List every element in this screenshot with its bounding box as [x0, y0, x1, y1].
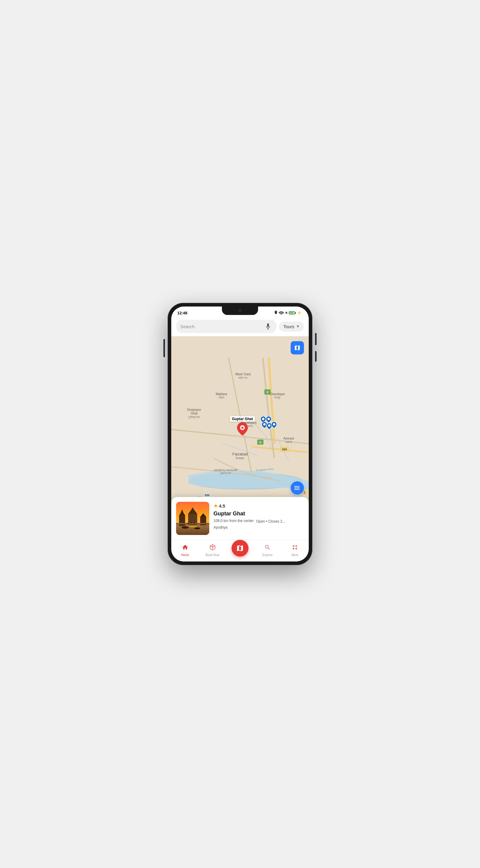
svg-point-67: [295, 488, 296, 489]
svg-text:Chandapur: Chandapur: [270, 393, 285, 396]
svg-text:Majhara: Majhara: [216, 393, 227, 396]
home-label: Home: [181, 553, 189, 557]
signal-x-icon: ✕: [285, 311, 288, 315]
svg-text:फैजाबाद: फैजाबाद: [236, 457, 244, 460]
explore-label: Explore: [262, 553, 273, 557]
svg-point-69: [293, 545, 295, 547]
nav-explore[interactable]: Explore: [254, 544, 281, 557]
star-icon: ★: [213, 503, 218, 509]
search-label: Search: [180, 324, 262, 329]
battery-indicator: [289, 311, 296, 314]
place-status: Open • Closes 2...: [256, 519, 285, 524]
svg-text:1: 1: [304, 491, 305, 494]
place-info: ★ 4.5 Guptar Ghat 109.0 km from the cent…: [213, 502, 304, 535]
more-label: More: [292, 553, 299, 557]
svg-text:MUMTAJ NAGAR: MUMTAJ NAGAR: [214, 468, 237, 472]
list-view-button[interactable]: [291, 481, 304, 495]
chevron-down-icon: ▼: [296, 324, 300, 329]
wifi-icon: [279, 311, 284, 315]
map-center-button[interactable]: [232, 540, 248, 557]
nav-book-now[interactable]: Book Now: [199, 544, 226, 557]
rating-value: 4.5: [219, 503, 225, 508]
svg-rect-48: [181, 513, 183, 516]
svg-text:Wazir Ganj: Wazir Ganj: [235, 373, 250, 376]
bottom-nav: Home Book Now: [171, 540, 309, 561]
microphone-icon[interactable]: [264, 322, 272, 331]
map-area[interactable]: 9 9 330 1 Wazir Ganj वज़ीर गंज Majhara म…: [171, 336, 309, 540]
svg-point-66: [295, 486, 296, 487]
svg-point-59: [194, 527, 200, 529]
svg-text:मुमताज नगर: मुमताज नगर: [220, 472, 231, 475]
search-bar: Search Tours ▼: [171, 317, 309, 336]
status-icons: ✕ ⚡: [274, 311, 301, 315]
svg-text:330: 330: [282, 447, 287, 451]
nav-home[interactable]: Home: [171, 544, 199, 557]
tours-label: Tours: [283, 324, 294, 329]
svg-point-70: [296, 545, 297, 547]
svg-point-40: [263, 423, 266, 426]
svg-point-39: [267, 418, 270, 420]
place-details-row: 109.0 km from the center Open • Closes 2…: [213, 519, 304, 524]
svg-text:330: 330: [205, 493, 210, 497]
svg-point-60: [190, 522, 192, 523]
place-city: Ayodhya: [213, 525, 304, 530]
location-icon: [274, 311, 278, 315]
place-image: [176, 502, 209, 535]
svg-point-58: [181, 526, 189, 529]
search-input-container[interactable]: Search: [176, 320, 276, 333]
svg-text:Durjanpur: Durjanpur: [187, 408, 201, 411]
nav-more[interactable]: More: [281, 544, 309, 557]
svg-text:मझारा: मझारा: [218, 396, 224, 399]
svg-point-62: [187, 523, 189, 524]
svg-rect-52: [191, 510, 194, 514]
svg-point-71: [293, 548, 295, 550]
svg-rect-65: [295, 489, 300, 490]
svg-text:Ayouya: Ayouya: [283, 437, 294, 440]
place-rating: ★ 4.5: [213, 503, 304, 509]
tours-dropdown[interactable]: Tours ▼: [279, 321, 304, 332]
svg-point-38: [262, 418, 264, 420]
place-card[interactable]: ★ 4.5 Guptar Ghat 109.0 km from the cent…: [171, 497, 309, 540]
svg-rect-0: [267, 323, 269, 327]
svg-text:9: 9: [260, 441, 261, 444]
svg-text:Faizabad: Faizabad: [233, 452, 248, 456]
svg-point-41: [268, 424, 270, 427]
svg-rect-57: [176, 524, 209, 524]
map-view-button[interactable]: [291, 341, 304, 354]
svg-point-68: [295, 489, 296, 490]
explore-icon: [264, 544, 271, 553]
svg-text:वज़ीर गंज: वज़ीर गंज: [238, 376, 247, 379]
svg-text:9: 9: [267, 390, 268, 394]
pin-label: Guptar Ghat: [230, 416, 255, 422]
svg-text:अयोध्या: अयोध्या: [285, 440, 293, 444]
svg-point-72: [296, 548, 297, 550]
svg-rect-64: [295, 488, 300, 488]
selected-pin[interactable]: Guptar Ghat: [230, 416, 255, 435]
svg-point-61: [193, 522, 195, 524]
svg-text:चंदापुर: चंदापुर: [274, 396, 280, 399]
home-icon: [182, 544, 188, 553]
book-now-icon: [209, 544, 216, 553]
svg-rect-63: [295, 486, 300, 487]
place-name: Guptar Ghat: [213, 510, 304, 517]
book-now-label: Book Now: [206, 553, 219, 557]
svg-point-42: [273, 423, 275, 426]
status-time: 12:48: [177, 311, 187, 315]
nav-map[interactable]: [226, 540, 253, 561]
charging-icon: ⚡: [297, 311, 301, 315]
more-icon: [292, 544, 298, 553]
svg-text:Ghat: Ghat: [191, 412, 198, 415]
place-distance: 109.0 km from the center: [213, 519, 253, 523]
blue-pin-cluster: [260, 416, 278, 433]
svg-text:दुर्जनपुर घाट: दुर्जनपुर घाट: [188, 415, 200, 419]
